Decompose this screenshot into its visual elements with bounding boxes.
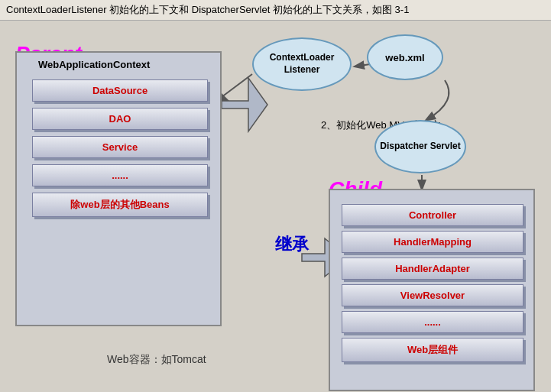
web-container-label: Web容器：如Tomcat [107,353,206,367]
dispatcher-bubble: Dispatcher Servlet [374,120,466,173]
svg-marker-3 [222,78,267,131]
child-container: Controller HandlerMapping HandlerAdapter… [329,189,535,391]
inherit-label: 继承 [275,233,309,256]
web-component-bean: Web层组件 [342,338,523,362]
context-loader-bubble: ContextLoader Listener [252,37,352,91]
top-bar-text: ContextLoaderListener 初始化的上下文和 Dispatche… [0,0,551,21]
parent-bean-stack: DataSource DAO Service ...... 除web层的其他Be… [32,79,208,217]
parent-container: WebApplicationContext DataSource DAO Ser… [15,51,222,326]
child-bean-stack: Controller HandlerMapping HandlerAdapter… [342,204,523,362]
service-bean: Service [32,136,208,158]
webapp-context-label: WebApplicationContext [38,59,150,70]
dispatcher-text: Dispatcher Servlet [380,141,460,153]
context-loader-text: ContextLoader Listener [254,52,350,76]
ellipsis-bean: ...... [32,164,208,186]
datasource-bean: DataSource [32,79,208,102]
view-resolver-bean: ViewResolver [342,284,523,306]
webxml-bubble: web.xml [367,34,443,80]
handler-mapping-bean: HandlerMapping [342,231,523,253]
svg-line-1 [222,74,252,97]
dao-bean: DAO [32,108,208,130]
other-beans: 除web层的其他Beans [32,193,208,217]
controller-bean: Controller [342,204,523,226]
main-area: Parent WebApplicationContext DataSource … [0,21,551,392]
webxml-text: web.xml [385,52,424,63]
handler-adapter-bean: HandlerAdapter [342,258,523,280]
child-ellipsis-bean: ...... [342,311,523,333]
